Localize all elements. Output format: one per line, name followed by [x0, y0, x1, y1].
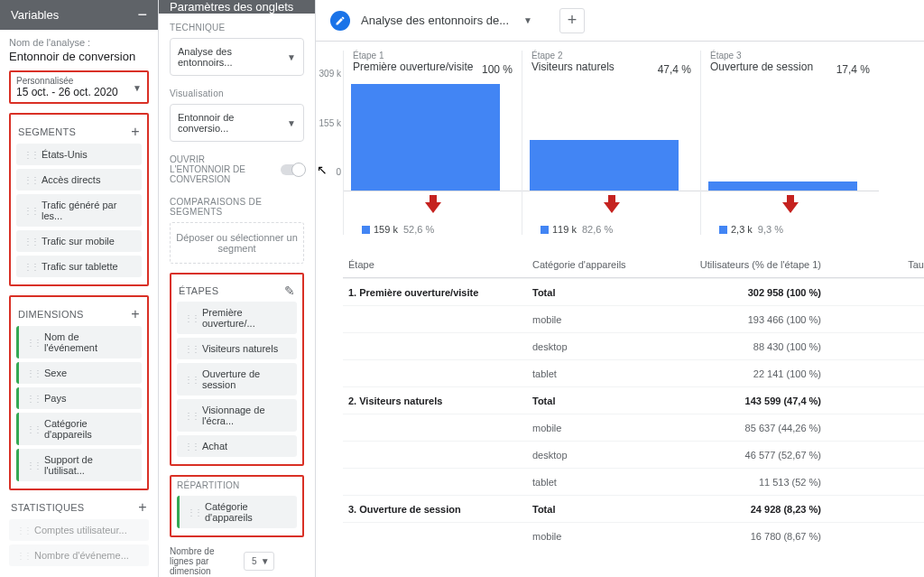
add-segment-button[interactable]: +: [131, 124, 140, 140]
analysis-name-label: Nom de l'analyse :: [9, 37, 149, 48]
viz-select[interactable]: Entonnoir de conversio... ▼: [170, 104, 304, 142]
list-item[interactable]: ⋮⋮Visionnage de l'écra...: [177, 399, 297, 432]
list-item[interactable]: ⋮⋮Ouverture de session: [177, 363, 297, 396]
funnel-step: Étape 3Ouverture de session17,4 %2,3 k9,…: [700, 51, 879, 235]
list-item[interactable]: ⋮⋮Trafic généré par les...: [16, 194, 142, 227]
tab-bar: Analyse des entonnoirs de... ▼ +: [316, 0, 924, 42]
canvas: Analyse des entonnoirs de... ▼ + 309 k 1…: [316, 0, 924, 577]
list-item[interactable]: ⋮⋮Nombre d'événeme...: [9, 544, 149, 566]
drag-handle-icon: ⋮⋮: [23, 262, 38, 272]
technique-label: TECHNIQUE: [170, 23, 304, 33]
table-header: Étape Catégorie d'appareils Utilisateurs…: [343, 251, 924, 278]
table-row: tablet22 141 (100 %): [343, 359, 924, 386]
drop-arrow-icon: [425, 202, 441, 213]
settings-title: Paramètres des onglets: [170, 0, 293, 14]
table-row: desktop88 430 (100 %): [343, 332, 924, 359]
list-item[interactable]: ⋮⋮Visiteurs naturels: [177, 338, 297, 359]
list-item[interactable]: ⋮⋮Support de l'utilisat...: [16, 449, 142, 481]
drag-handle-icon: ⋮⋮: [184, 375, 199, 385]
dimensions-label: DIMENSIONS: [18, 309, 84, 320]
list-item[interactable]: ⋮⋮Trafic sur tablette: [16, 256, 142, 277]
tab-settings-panel: Paramètres des onglets TECHNIQUE Analyse…: [158, 0, 316, 577]
collapse-icon[interactable]: −: [137, 5, 147, 24]
split-section: RÉPARTITION ⋮⋮ Catégorie d'appareils: [170, 475, 304, 537]
split-label: RÉPARTITION: [177, 480, 297, 490]
list-item[interactable]: ⋮⋮Nom de l'événement: [16, 326, 142, 358]
segment-drop-zone[interactable]: Déposer ou sélectionner un segment: [170, 222, 304, 264]
rows-select[interactable]: 5 ▼: [244, 552, 274, 571]
drag-handle-icon: ⋮⋮: [23, 175, 38, 185]
variables-header: Variables −: [0, 0, 158, 30]
compare-label: COMPARAISONS DE SEGMENTS: [170, 197, 304, 217]
viz-label: Visualisation: [170, 88, 304, 98]
funnel-step: Étape 1Première ouverture/visite100 %159…: [343, 51, 522, 235]
chevron-down-icon: ▼: [287, 118, 296, 128]
settings-header: Paramètres des onglets: [159, 0, 315, 14]
drag-handle-icon: ⋮⋮: [26, 461, 41, 470]
split-chip[interactable]: ⋮⋮ Catégorie d'appareils: [177, 496, 297, 528]
drag-handle-icon: ⋮⋮: [26, 394, 41, 404]
open-funnel-label: OUVRIR L'ENTONNOIR DE CONVERSION: [170, 154, 260, 184]
add-stat-button[interactable]: +: [138, 499, 147, 516]
list-item[interactable]: ⋮⋮Sexe: [16, 362, 142, 384]
list-item[interactable]: ⋮⋮Catégorie d'appareils: [16, 413, 142, 445]
analysis-name[interactable]: Entonnoir de conversion: [9, 50, 149, 63]
drag-handle-icon: ⋮⋮: [184, 313, 199, 323]
tab-name[interactable]: Analyse des entonnoirs de...: [361, 14, 509, 27]
list-item[interactable]: ⋮⋮Pays: [16, 387, 142, 409]
list-item[interactable]: ⋮⋮Trafic sur mobile: [16, 230, 142, 252]
technique-select[interactable]: Analyse des entonnoirs... ▼: [170, 38, 304, 76]
list-item[interactable]: ⋮⋮Comptes utilisateur...: [9, 519, 149, 541]
drag-handle-icon: ⋮⋮: [184, 442, 199, 451]
table-row: 2. Visiteurs naturelsTotal143 599 (47,4 …: [343, 386, 924, 414]
add-tab-button[interactable]: +: [559, 8, 585, 33]
segments-section: SEGMENTS + ⋮⋮États-Unis⋮⋮Accès directs⋮⋮…: [9, 113, 149, 286]
list-item[interactable]: ⋮⋮Première ouverture/...: [177, 302, 297, 334]
list-item[interactable]: ⋮⋮Accès directs: [16, 169, 142, 191]
rows-label: Nombre de lignes par dimension: [170, 546, 233, 576]
chevron-down-icon: ▼: [261, 556, 270, 566]
steps-label: ÉTAPES: [179, 285, 218, 296]
drag-handle-icon: ⋮⋮: [23, 237, 38, 247]
drag-handle-icon: ⋮⋮: [184, 344, 199, 354]
drag-handle-icon: ⋮⋮: [16, 551, 31, 561]
drop-arrow-icon: [782, 202, 799, 213]
drag-handle-icon: ⋮⋮: [23, 206, 38, 216]
edit-steps-icon[interactable]: ✎: [284, 284, 295, 298]
chevron-down-icon: ▼: [287, 52, 296, 62]
drag-handle-icon: ⋮⋮: [16, 526, 31, 535]
drag-handle-icon: ⋮⋮: [23, 150, 38, 160]
drag-handle-icon: ⋮⋮: [26, 338, 41, 348]
chevron-down-icon[interactable]: ▼: [523, 15, 532, 25]
table-row: mobile193 466 (100 %): [343, 305, 924, 332]
open-funnel-toggle[interactable]: [281, 164, 304, 175]
dimensions-section: DIMENSIONS + ⋮⋮Nom de l'événement⋮⋮Sexe⋮…: [9, 295, 149, 490]
table-row: 1. Première ouverture/visiteTotal302 958…: [343, 278, 924, 305]
edit-tab-icon[interactable]: [330, 11, 350, 31]
funnel-chart: Étape 1Première ouverture/visite100 %159…: [343, 51, 924, 235]
add-dimension-button[interactable]: +: [131, 306, 140, 322]
drag-handle-icon: ⋮⋮: [184, 411, 199, 421]
segments-label: SEGMENTS: [18, 126, 76, 137]
list-item[interactable]: ⋮⋮Achat: [177, 435, 297, 457]
cursor-icon: ↖: [317, 163, 328, 177]
y-axis: 309 k 155 k 0: [316, 69, 341, 177]
variables-panel: Variables − Nom de l'analyse : Entonnoir…: [0, 0, 158, 577]
funnel-step: Étape 2Visiteurs naturels47,4 %119 k82,6…: [522, 51, 700, 235]
variables-title: Variables: [11, 8, 59, 22]
chevron-down-icon: ▼: [133, 82, 142, 92]
drag-handle-icon: ⋮⋮: [187, 507, 201, 517]
drag-handle-icon: ⋮⋮: [26, 368, 41, 378]
table-row: mobile85 637 (44,26 %): [343, 414, 924, 441]
drop-arrow-icon: [604, 202, 620, 213]
table-row: mobile16 780 (8,67 %): [343, 522, 924, 549]
table-row: 3. Ouverture de sessionTotal24 928 (8,23…: [343, 495, 924, 522]
table-row: desktop46 577 (52,67 %): [343, 441, 924, 468]
date-range-picker[interactable]: Personnalisée 15 oct. - 26 oct. 2020 ▼: [9, 70, 149, 104]
list-item[interactable]: ⋮⋮États-Unis: [16, 144, 142, 165]
drag-handle-icon: ⋮⋮: [26, 424, 41, 434]
table-row: tablet11 513 (52 %): [343, 468, 924, 495]
data-table: Étape Catégorie d'appareils Utilisateurs…: [343, 251, 924, 549]
stats-label: STATISTIQUES: [11, 502, 84, 513]
steps-section: ÉTAPES ✎ ⋮⋮Première ouverture/...⋮⋮Visit…: [170, 273, 304, 466]
